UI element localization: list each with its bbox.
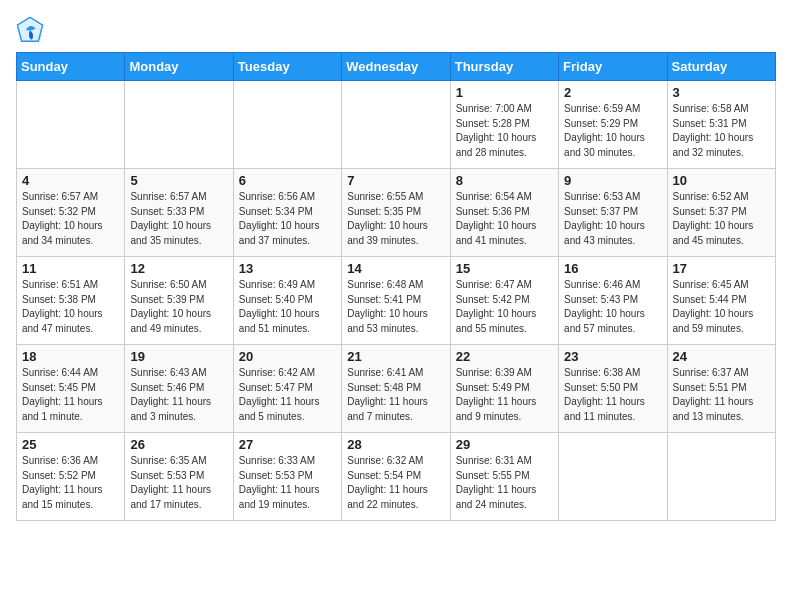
day-number: 23 (564, 349, 661, 364)
page-header (16, 16, 776, 44)
day-number: 21 (347, 349, 444, 364)
day-number: 5 (130, 173, 227, 188)
day-info: Sunrise: 6:56 AM Sunset: 5:34 PM Dayligh… (239, 190, 336, 248)
table-cell (342, 81, 450, 169)
table-cell: 22Sunrise: 6:39 AM Sunset: 5:49 PM Dayli… (450, 345, 558, 433)
day-info: Sunrise: 6:37 AM Sunset: 5:51 PM Dayligh… (673, 366, 770, 424)
table-cell: 11Sunrise: 6:51 AM Sunset: 5:38 PM Dayli… (17, 257, 125, 345)
day-number: 3 (673, 85, 770, 100)
day-info: Sunrise: 6:46 AM Sunset: 5:43 PM Dayligh… (564, 278, 661, 336)
header-row: SundayMondayTuesdayWednesdayThursdayFrid… (17, 53, 776, 81)
table-cell: 19Sunrise: 6:43 AM Sunset: 5:46 PM Dayli… (125, 345, 233, 433)
header-sunday: Sunday (17, 53, 125, 81)
week-row-3: 11Sunrise: 6:51 AM Sunset: 5:38 PM Dayli… (17, 257, 776, 345)
day-info: Sunrise: 6:31 AM Sunset: 5:55 PM Dayligh… (456, 454, 553, 512)
day-number: 9 (564, 173, 661, 188)
day-info: Sunrise: 6:43 AM Sunset: 5:46 PM Dayligh… (130, 366, 227, 424)
day-number: 29 (456, 437, 553, 452)
logo (16, 16, 48, 44)
header-wednesday: Wednesday (342, 53, 450, 81)
table-cell: 17Sunrise: 6:45 AM Sunset: 5:44 PM Dayli… (667, 257, 775, 345)
table-cell: 3Sunrise: 6:58 AM Sunset: 5:31 PM Daylig… (667, 81, 775, 169)
table-cell: 8Sunrise: 6:54 AM Sunset: 5:36 PM Daylig… (450, 169, 558, 257)
table-cell: 5Sunrise: 6:57 AM Sunset: 5:33 PM Daylig… (125, 169, 233, 257)
table-cell: 2Sunrise: 6:59 AM Sunset: 5:29 PM Daylig… (559, 81, 667, 169)
day-info: Sunrise: 6:51 AM Sunset: 5:38 PM Dayligh… (22, 278, 119, 336)
day-number: 25 (22, 437, 119, 452)
day-info: Sunrise: 6:58 AM Sunset: 5:31 PM Dayligh… (673, 102, 770, 160)
table-cell (559, 433, 667, 521)
day-number: 28 (347, 437, 444, 452)
table-cell: 15Sunrise: 6:47 AM Sunset: 5:42 PM Dayli… (450, 257, 558, 345)
table-cell (667, 433, 775, 521)
day-number: 4 (22, 173, 119, 188)
table-cell: 13Sunrise: 6:49 AM Sunset: 5:40 PM Dayli… (233, 257, 341, 345)
day-info: Sunrise: 6:38 AM Sunset: 5:50 PM Dayligh… (564, 366, 661, 424)
day-number: 12 (130, 261, 227, 276)
week-row-2: 4Sunrise: 6:57 AM Sunset: 5:32 PM Daylig… (17, 169, 776, 257)
table-cell: 24Sunrise: 6:37 AM Sunset: 5:51 PM Dayli… (667, 345, 775, 433)
table-cell: 20Sunrise: 6:42 AM Sunset: 5:47 PM Dayli… (233, 345, 341, 433)
table-cell: 6Sunrise: 6:56 AM Sunset: 5:34 PM Daylig… (233, 169, 341, 257)
table-cell: 23Sunrise: 6:38 AM Sunset: 5:50 PM Dayli… (559, 345, 667, 433)
day-number: 13 (239, 261, 336, 276)
header-monday: Monday (125, 53, 233, 81)
day-info: Sunrise: 6:57 AM Sunset: 5:32 PM Dayligh… (22, 190, 119, 248)
day-number: 10 (673, 173, 770, 188)
day-info: Sunrise: 6:59 AM Sunset: 5:29 PM Dayligh… (564, 102, 661, 160)
day-number: 15 (456, 261, 553, 276)
table-cell: 26Sunrise: 6:35 AM Sunset: 5:53 PM Dayli… (125, 433, 233, 521)
logo-icon (16, 16, 44, 44)
header-saturday: Saturday (667, 53, 775, 81)
day-info: Sunrise: 6:41 AM Sunset: 5:48 PM Dayligh… (347, 366, 444, 424)
day-info: Sunrise: 6:49 AM Sunset: 5:40 PM Dayligh… (239, 278, 336, 336)
table-cell: 29Sunrise: 6:31 AM Sunset: 5:55 PM Dayli… (450, 433, 558, 521)
day-info: Sunrise: 6:32 AM Sunset: 5:54 PM Dayligh… (347, 454, 444, 512)
day-number: 19 (130, 349, 227, 364)
day-info: Sunrise: 6:45 AM Sunset: 5:44 PM Dayligh… (673, 278, 770, 336)
day-info: Sunrise: 6:50 AM Sunset: 5:39 PM Dayligh… (130, 278, 227, 336)
day-number: 2 (564, 85, 661, 100)
day-number: 8 (456, 173, 553, 188)
header-friday: Friday (559, 53, 667, 81)
table-cell: 10Sunrise: 6:52 AM Sunset: 5:37 PM Dayli… (667, 169, 775, 257)
day-number: 11 (22, 261, 119, 276)
table-cell: 4Sunrise: 6:57 AM Sunset: 5:32 PM Daylig… (17, 169, 125, 257)
day-info: Sunrise: 6:57 AM Sunset: 5:33 PM Dayligh… (130, 190, 227, 248)
table-cell (125, 81, 233, 169)
table-cell: 7Sunrise: 6:55 AM Sunset: 5:35 PM Daylig… (342, 169, 450, 257)
table-cell: 28Sunrise: 6:32 AM Sunset: 5:54 PM Dayli… (342, 433, 450, 521)
table-cell: 1Sunrise: 7:00 AM Sunset: 5:28 PM Daylig… (450, 81, 558, 169)
day-number: 26 (130, 437, 227, 452)
day-number: 17 (673, 261, 770, 276)
day-info: Sunrise: 6:33 AM Sunset: 5:53 PM Dayligh… (239, 454, 336, 512)
day-number: 20 (239, 349, 336, 364)
day-info: Sunrise: 6:53 AM Sunset: 5:37 PM Dayligh… (564, 190, 661, 248)
table-cell: 18Sunrise: 6:44 AM Sunset: 5:45 PM Dayli… (17, 345, 125, 433)
day-info: Sunrise: 6:42 AM Sunset: 5:47 PM Dayligh… (239, 366, 336, 424)
header-tuesday: Tuesday (233, 53, 341, 81)
calendar-table: SundayMondayTuesdayWednesdayThursdayFrid… (16, 52, 776, 521)
day-number: 7 (347, 173, 444, 188)
table-cell (233, 81, 341, 169)
day-info: Sunrise: 6:44 AM Sunset: 5:45 PM Dayligh… (22, 366, 119, 424)
table-cell: 14Sunrise: 6:48 AM Sunset: 5:41 PM Dayli… (342, 257, 450, 345)
week-row-5: 25Sunrise: 6:36 AM Sunset: 5:52 PM Dayli… (17, 433, 776, 521)
day-info: Sunrise: 6:47 AM Sunset: 5:42 PM Dayligh… (456, 278, 553, 336)
week-row-1: 1Sunrise: 7:00 AM Sunset: 5:28 PM Daylig… (17, 81, 776, 169)
day-number: 16 (564, 261, 661, 276)
week-row-4: 18Sunrise: 6:44 AM Sunset: 5:45 PM Dayli… (17, 345, 776, 433)
day-info: Sunrise: 6:55 AM Sunset: 5:35 PM Dayligh… (347, 190, 444, 248)
day-info: Sunrise: 6:52 AM Sunset: 5:37 PM Dayligh… (673, 190, 770, 248)
day-info: Sunrise: 7:00 AM Sunset: 5:28 PM Dayligh… (456, 102, 553, 160)
table-cell: 25Sunrise: 6:36 AM Sunset: 5:52 PM Dayli… (17, 433, 125, 521)
day-info: Sunrise: 6:35 AM Sunset: 5:53 PM Dayligh… (130, 454, 227, 512)
table-cell (17, 81, 125, 169)
day-number: 22 (456, 349, 553, 364)
day-info: Sunrise: 6:48 AM Sunset: 5:41 PM Dayligh… (347, 278, 444, 336)
day-number: 24 (673, 349, 770, 364)
day-number: 1 (456, 85, 553, 100)
table-cell: 27Sunrise: 6:33 AM Sunset: 5:53 PM Dayli… (233, 433, 341, 521)
table-cell: 16Sunrise: 6:46 AM Sunset: 5:43 PM Dayli… (559, 257, 667, 345)
table-cell: 21Sunrise: 6:41 AM Sunset: 5:48 PM Dayli… (342, 345, 450, 433)
